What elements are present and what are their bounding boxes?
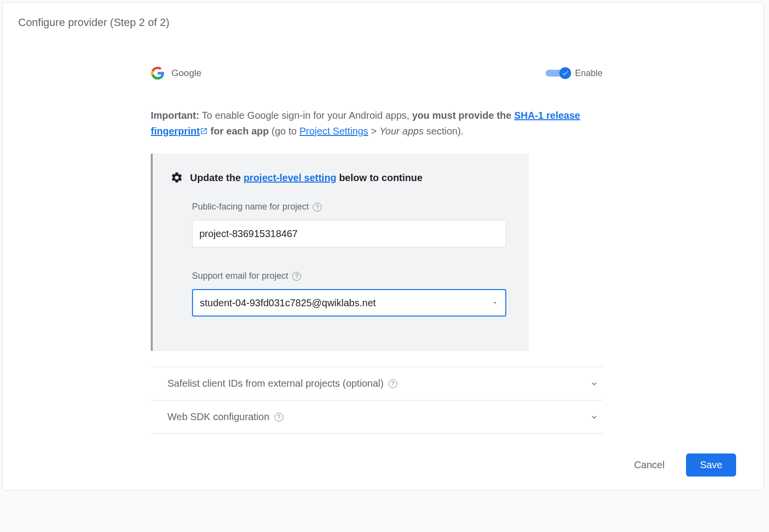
help-icon[interactable]: ? bbox=[275, 413, 283, 422]
websdk-expander[interactable]: Web SDK configuration ? bbox=[151, 400, 603, 434]
important-note: Important: To enable Google sign-in for … bbox=[151, 107, 603, 139]
project-settings-card: Update the project-level setting below t… bbox=[151, 154, 529, 351]
chevron-down-icon bbox=[590, 379, 599, 388]
help-icon[interactable]: ? bbox=[313, 203, 322, 212]
gear-icon bbox=[170, 171, 183, 184]
project-settings-link[interactable]: Project Settings bbox=[300, 126, 368, 136]
dialog-title: Configure provider (Step 2 of 2) bbox=[18, 16, 748, 29]
support-email-select[interactable]: student-04-93fd031c7825@qwiklabs.net bbox=[192, 289, 506, 317]
dialog-buttons: Cancel Save bbox=[18, 440, 740, 479]
public-name-label: Public-facing name for project ? bbox=[192, 202, 509, 212]
support-email-value: student-04-93fd031c7825@qwiklabs.net bbox=[200, 297, 376, 309]
support-email-label: Support email for project ? bbox=[192, 271, 509, 281]
help-icon[interactable]: ? bbox=[388, 379, 397, 388]
card-title: Update the project-level setting below t… bbox=[190, 172, 422, 184]
websdk-expander-label: Web SDK configuration ? bbox=[167, 411, 283, 423]
safelist-expander-label: Safelist client IDs from external projec… bbox=[167, 378, 397, 389]
enable-toggle-wrap: Enable bbox=[546, 68, 603, 79]
public-name-input[interactable] bbox=[192, 220, 506, 247]
external-link-icon bbox=[200, 127, 208, 135]
check-icon bbox=[562, 70, 569, 77]
google-logo-icon bbox=[151, 66, 165, 80]
project-level-setting-link[interactable]: project-level setting bbox=[244, 172, 336, 183]
configure-provider-dialog: Configure provider (Step 2 of 2) Google … bbox=[2, 2, 764, 491]
enable-toggle-label: Enable bbox=[575, 68, 603, 79]
provider-name: Google bbox=[171, 68, 546, 79]
help-icon[interactable]: ? bbox=[292, 272, 301, 281]
save-button[interactable]: Save bbox=[686, 453, 736, 477]
safelist-expander[interactable]: Safelist client IDs from external projec… bbox=[151, 367, 603, 400]
important-label: Important: bbox=[151, 110, 199, 121]
chevron-down-icon bbox=[590, 413, 599, 422]
provider-header: Google Enable bbox=[151, 66, 603, 80]
support-email-field: Support email for project ? student-04-9… bbox=[192, 271, 509, 317]
card-title-row: Update the project-level setting below t… bbox=[170, 171, 509, 184]
content-column: Google Enable Important: To enable Googl… bbox=[151, 66, 603, 434]
caret-down-icon bbox=[492, 299, 498, 306]
enable-toggle[interactable] bbox=[546, 68, 571, 78]
cancel-button[interactable]: Cancel bbox=[626, 453, 672, 477]
public-name-field: Public-facing name for project ? bbox=[192, 202, 509, 247]
